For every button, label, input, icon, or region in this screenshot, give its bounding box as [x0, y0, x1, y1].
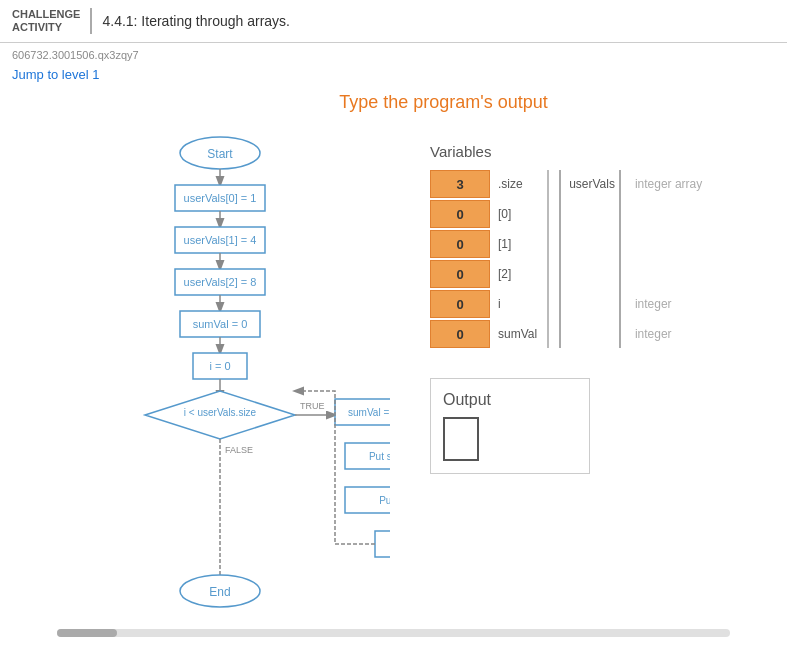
sub-header-id: 606732.3001506.qx3zqy7: [0, 43, 787, 67]
page-title: Type the program's output: [120, 92, 767, 113]
svg-text:userVals[2] = 8: userVals[2] = 8: [184, 276, 257, 288]
var-label-sumval: sumVal: [494, 320, 537, 348]
var-table: 3 0 0 0 0 0 .size [0] [1] [2] i sumVal: [430, 170, 702, 348]
var-name-uservals: userVals: [569, 170, 615, 198]
scrollbar-thumb[interactable]: [57, 629, 117, 637]
var-cell-sumval: 0: [430, 320, 490, 348]
svg-text:FALSE: FALSE: [225, 445, 253, 455]
var-cell-1: 0: [430, 230, 490, 258]
var-label-1: [1]: [494, 230, 537, 258]
svg-text:userVals[0] = 1: userVals[0] = 1: [184, 192, 257, 204]
var-label-0: [0]: [494, 200, 537, 228]
var-labels-column: .size [0] [1] [2] i sumVal: [494, 170, 537, 348]
svg-text:sumVal = sumVal + userVals[i]: sumVal = sumVal + userVals[i]: [348, 407, 390, 418]
svg-text:TRUE: TRUE: [300, 401, 325, 411]
var-names-column: userVals: [559, 170, 615, 348]
var-type-sumval: integer: [629, 320, 702, 348]
svg-text:Put '\n' to output: Put '\n' to output: [379, 495, 390, 506]
var-name-blank5: [569, 320, 615, 348]
var-cell-i: 0: [430, 290, 490, 318]
var-cell-2: 0: [430, 260, 490, 288]
var-name-blank4: [569, 290, 615, 318]
var-name-blank1: [569, 200, 615, 228]
svg-text:i = 0: i = 0: [209, 360, 230, 372]
var-type-i: integer: [629, 290, 702, 318]
var-values-column: 3 0 0 0 0 0: [430, 170, 490, 348]
scrollbar[interactable]: [57, 629, 729, 637]
main-content: Type the program's output Start userVals…: [0, 82, 787, 647]
variables-title: Variables: [430, 143, 702, 160]
variables-panel: Variables 3 0 0 0 0 0 .size [0] [1] [2: [430, 143, 702, 348]
var-cell-0: 0: [430, 200, 490, 228]
output-panel: Output: [430, 378, 590, 474]
header-title: 4.4.1: Iterating through arrays.: [102, 13, 290, 29]
var-name-blank2: [569, 230, 615, 258]
right-panel: Variables 3 0 0 0 0 0 .size [0] [1] [2: [430, 133, 702, 613]
flowchart-area: Start userVals[0] = 1 userVals[1] = 4 us…: [20, 133, 767, 613]
var-type-blank3: [629, 260, 702, 288]
output-title: Output: [443, 391, 577, 409]
svg-text:sumVal = 0: sumVal = 0: [193, 318, 248, 330]
svg-text:i < userVals.size: i < userVals.size: [184, 407, 257, 418]
var-label-i: i: [494, 290, 537, 318]
var-type-blank2: [629, 230, 702, 258]
svg-text:Start: Start: [207, 147, 233, 161]
var-types-column: integer array integer integer: [619, 170, 702, 348]
var-label-size: .size: [494, 170, 537, 198]
var-type-uservals: integer array: [629, 170, 702, 198]
svg-text:Put sumVal to output: Put sumVal to output: [369, 451, 390, 462]
svg-rect-33: [375, 531, 390, 557]
svg-text:End: End: [209, 585, 230, 599]
var-name-blank3: [569, 260, 615, 288]
var-cell-size: 3: [430, 170, 490, 198]
challenge-activity-label: CHALLENGE ACTIVITY: [12, 8, 92, 34]
var-label-2: [2]: [494, 260, 537, 288]
header: CHALLENGE ACTIVITY 4.4.1: Iterating thro…: [0, 0, 787, 43]
output-box[interactable]: [443, 417, 479, 461]
var-names-types: userVals integer array int: [559, 170, 702, 348]
var-type-blank1: [629, 200, 702, 228]
svg-text:userVals[1] = 4: userVals[1] = 4: [184, 234, 257, 246]
flowchart-svg: Start userVals[0] = 1 userVals[1] = 4 us…: [50, 133, 390, 613]
